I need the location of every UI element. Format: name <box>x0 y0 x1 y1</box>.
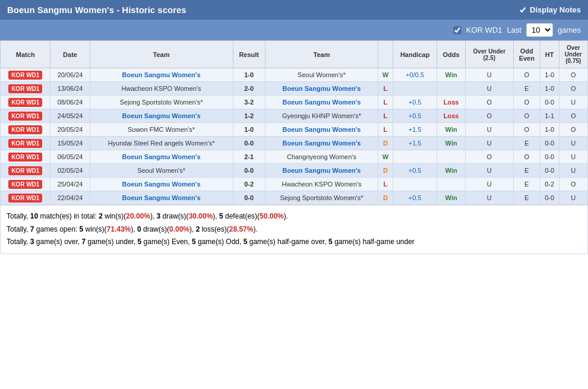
cell-date: 06/05/24 <box>50 150 90 164</box>
cell-over-under-25: O <box>465 150 513 164</box>
total-matches: 10 <box>30 212 38 220</box>
league-badge: KOR WD1 <box>8 194 42 203</box>
cell-league: KOR WD1 <box>1 191 50 205</box>
title-bar: Boeun Sangmu Women's - Historic scores D… <box>0 0 588 20</box>
cell-ht: 0-0 <box>540 96 559 109</box>
cell-handicap: +0.5 <box>393 164 437 178</box>
cell-outcome: W <box>378 150 393 164</box>
cell-odd-even: O <box>513 68 540 82</box>
cell-over-under-075: U <box>559 191 587 205</box>
league-filter-checkbox[interactable] <box>453 26 461 34</box>
cell-odds: Win <box>437 191 465 205</box>
cell-ht: 0-2 <box>540 178 559 191</box>
col-ht: HT <box>540 41 559 68</box>
table-row: KOR WD1 25/04/24 Boeun Sangmu Women's 0-… <box>1 178 588 191</box>
games-label: games <box>558 26 581 34</box>
cell-league: KOR WD1 <box>1 123 50 137</box>
cell-handicap <box>393 82 437 96</box>
cell-team1: Sejong Sportstoto Women's* <box>90 96 233 109</box>
cell-over-under-25: U <box>465 178 513 191</box>
cell-outcome: D <box>378 164 393 178</box>
cell-odd-even: E <box>513 178 540 191</box>
cell-outcome: W <box>378 68 393 82</box>
col-team2: Team <box>265 41 378 68</box>
cell-over-under-075: O <box>559 82 587 96</box>
cell-over-under-25: U <box>465 164 513 178</box>
cell-over-under-25: O <box>465 96 513 109</box>
cell-date: 08/06/24 <box>50 96 90 109</box>
league-badge: KOR WD1 <box>8 112 42 121</box>
last-games-select[interactable]: 5 10 15 20 25 30 <box>526 23 553 37</box>
cell-team2: Boeun Sangmu Women's <box>265 137 378 150</box>
cell-over-under-075: O <box>559 123 587 137</box>
historic-scores-table: Match Date Team Result Team Handicap Odd… <box>0 40 588 205</box>
table-row: KOR WD1 24/05/24 Boeun Sangmu Women's 1-… <box>1 109 588 123</box>
league-badge: KOR WD1 <box>8 125 42 134</box>
cell-date: 25/04/24 <box>50 178 90 191</box>
defeats-pct: 50.00% <box>260 212 284 220</box>
cell-date: 02/05/24 <box>50 164 90 178</box>
col-odd-even: OddEven <box>513 41 540 68</box>
draws-pct: 30.00% <box>189 212 213 220</box>
cell-result: 0-0 <box>233 164 265 178</box>
summary-section: Totally, 10 match(es) in total: 2 win(s)… <box>0 205 588 254</box>
cell-date: 24/05/24 <box>50 109 90 123</box>
page-title: Boeun Sangmu Women's - Historic scores <box>7 5 186 15</box>
cell-team2: Gyeongju KHNP Women's* <box>265 109 378 123</box>
cell-league: KOR WD1 <box>1 150 50 164</box>
cell-outcome: D <box>378 137 393 150</box>
cell-result: 3-2 <box>233 96 265 109</box>
over-count: 3 <box>30 238 34 246</box>
league-badge: KOR WD1 <box>8 139 42 148</box>
cell-team1: Boeun Sangmu Women's <box>90 109 233 123</box>
cell-ht: 0-0 <box>540 150 559 164</box>
cell-ht: 1-0 <box>540 82 559 96</box>
open-losses-pct: 28.57% <box>229 225 254 233</box>
cell-league: KOR WD1 <box>1 68 50 82</box>
cell-handicap <box>393 150 437 164</box>
cell-odds <box>437 150 465 164</box>
cell-over-under-075: U <box>559 164 587 178</box>
table-row: KOR WD1 20/06/24 Boeun Sangmu Women's 1-… <box>1 68 588 82</box>
cell-result: 0-2 <box>233 178 265 191</box>
cell-odds: Win <box>437 68 465 82</box>
league-badge: KOR WD1 <box>8 180 42 189</box>
cell-outcome: L <box>378 82 393 96</box>
cell-team2: Boeun Sangmu Women's <box>265 96 378 109</box>
cell-odds <box>437 178 465 191</box>
col-result: Result <box>233 41 265 68</box>
cell-over-under-25: U <box>465 191 513 205</box>
summary-line3: Totally, 3 game(s) over, 7 game(s) under… <box>7 236 581 249</box>
cell-result: 0-0 <box>233 137 265 150</box>
display-notes-container: Display Notes <box>519 5 581 14</box>
cell-result: 1-2 <box>233 109 265 123</box>
col-odds: Odds <box>437 41 465 68</box>
cell-league: KOR WD1 <box>1 82 50 96</box>
draws-count: 3 <box>157 212 161 220</box>
cell-handicap: +0/0.5 <box>393 68 437 82</box>
cell-team2: Hwacheon KSPO Women's <box>265 178 378 191</box>
cell-ht: 0-0 <box>540 164 559 178</box>
col-over-under-25: Over Under(2.5) <box>465 41 513 68</box>
col-team1: Team <box>90 41 233 68</box>
even-count: 5 <box>138 238 142 246</box>
col-handicap: Handicap <box>393 41 437 68</box>
cell-team2: Seoul Women's* <box>265 68 378 82</box>
cell-result: 1-0 <box>233 123 265 137</box>
cell-league: KOR WD1 <box>1 137 50 150</box>
cell-odd-even: E <box>513 137 540 150</box>
cell-result: 0-0 <box>233 191 265 205</box>
cell-ht: 1-1 <box>540 109 559 123</box>
cell-date: 15/05/24 <box>50 137 90 150</box>
display-notes-checkbox[interactable] <box>519 6 527 14</box>
open-draws-count: 0 <box>137 225 141 233</box>
cell-result: 1-0 <box>233 68 265 82</box>
cell-league: KOR WD1 <box>1 164 50 178</box>
cell-team1: Boeun Sangmu Women's <box>90 150 233 164</box>
cell-result: 2-0 <box>233 82 265 96</box>
col-match: Match <box>1 41 50 68</box>
cell-team1: Boeun Sangmu Women's <box>90 178 233 191</box>
table-header-row: Match Date Team Result Team Handicap Odd… <box>1 41 588 68</box>
cell-team2: Boeun Sangmu Women's <box>265 82 378 96</box>
cell-ht: 0-0 <box>540 191 559 205</box>
